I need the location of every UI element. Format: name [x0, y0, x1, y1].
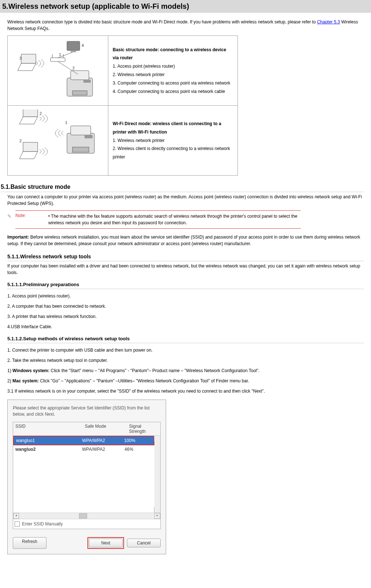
next-button-highlight: Next	[87, 537, 124, 549]
grid-row[interactable]: wangluo2 WPA/WPA2 46%	[13, 445, 154, 453]
svg-marker-9	[21, 54, 36, 63]
prep-item-2: 2. A computer that has been connected to…	[7, 303, 364, 310]
heading-5-1-1-1: 5.1.1.1.Preliminary preparations	[7, 282, 364, 289]
windows-text: Click the "Start" menu – "All Programs" …	[49, 368, 259, 373]
basic-structure-description: Basic structure mode: connecting to a wi…	[108, 36, 238, 106]
intro-paragraph: Wireless network connection type is divi…	[7, 19, 364, 32]
svg-rect-12	[71, 71, 89, 80]
mac-label: Mac system:	[12, 378, 39, 383]
svg-text:2: 2	[72, 66, 75, 70]
svg-line-16	[58, 61, 78, 74]
header-signal[interactable]: Signal Strength	[127, 422, 160, 435]
page-title: 5.Wireless network setup (applicable to …	[0, 0, 371, 13]
next-button[interactable]: Next	[89, 539, 123, 547]
grid-body[interactable]: wangluo1 WPA/WPA2 100% wangluo2 WPA/WPA2…	[13, 436, 160, 513]
manual-ssid-row[interactable]: Enter SSID Manually	[13, 519, 160, 529]
row1-mode: WPA/WPA2	[80, 437, 122, 445]
wifi-direct-description: Wi-Fi Direct mode: wireless client is co…	[108, 106, 238, 176]
heading-5-1-1: 5.1.1.Wireless network setup tools	[7, 254, 364, 261]
svg-marker-8	[18, 63, 36, 71]
header-ssid[interactable]: SSID	[13, 422, 83, 435]
grid-header: SSID Safe Mode Signal Strength	[13, 422, 160, 436]
content-area: Wireless network connection type is divi…	[0, 13, 371, 562]
svg-text:2: 2	[19, 139, 22, 143]
basic-mode-item-3: 3. Computer connecting to access point v…	[113, 79, 233, 87]
note-label: Note:	[15, 213, 48, 226]
important-text: Before wireless network installation, yo…	[7, 235, 360, 246]
header-mode[interactable]: Safe Mode	[83, 422, 127, 435]
setup-step-3-1: 3.1 If wireless network is on in your co…	[7, 388, 364, 394]
svg-rect-4	[67, 41, 80, 50]
dialog-buttons: Refresh Next Cancel	[8, 533, 166, 554]
heading-5-1-1-2: 5.1.1.2.Setup methods of wireless networ…	[7, 336, 364, 343]
ssid-dialog: Please select the appropriate Service Se…	[7, 400, 166, 554]
row1-signal: 100%	[122, 437, 154, 445]
grid-row-selected[interactable]: wangluo1 WPA/WPA2 100%	[13, 436, 154, 445]
svg-rect-26	[85, 135, 93, 138]
para-5-1: You can connect a computer to your print…	[7, 194, 364, 207]
svg-text:2: 2	[40, 111, 42, 116]
scroll-thumb[interactable]	[154, 491, 160, 499]
manual-ssid-checkbox[interactable]	[15, 521, 20, 527]
scroll-down-icon[interactable]: ▾	[154, 507, 160, 513]
row2-ssid: wangluo2	[13, 445, 80, 453]
setup-mac: 2) Mac system: Click "Go" – "Application…	[7, 378, 364, 384]
scroll-up-icon[interactable]: ▴	[154, 436, 160, 441]
row1-ssid: wangluo1	[14, 437, 80, 445]
svg-marker-21	[23, 142, 38, 151]
horizontal-scrollbar[interactable]: ◂ ▸	[13, 513, 160, 519]
refresh-button[interactable]: Refresh	[13, 537, 46, 549]
direct-mode-item-1: 1. Wireless network printer	[113, 136, 233, 145]
cancel-button[interactable]: Cancel	[127, 539, 161, 547]
svg-rect-14	[83, 80, 91, 83]
svg-text:1: 1	[59, 52, 61, 57]
manual-ssid-label: Enter SSID Manually	[22, 521, 63, 527]
windows-label: Windows system:	[12, 368, 49, 373]
hscroll-right-icon[interactable]: ▸	[154, 513, 160, 519]
mac-text: Click "Go" – "Applications" – "Pantum" –…	[39, 378, 249, 383]
setup-windows: 1) Windows system: Click the "Start" men…	[7, 367, 364, 374]
prep-item-1: 1. Access point (wireless router).	[7, 293, 364, 299]
basic-mode-item-4: 4. Computer connecting to access point v…	[113, 87, 233, 96]
svg-marker-17	[19, 117, 38, 124]
intro-pre: Wireless network connection type is divi…	[7, 19, 317, 25]
svg-rect-25	[72, 147, 89, 152]
svg-rect-13	[72, 91, 87, 95]
hscroll-thumb[interactable]	[79, 513, 87, 518]
note-icon: ✎	[7, 210, 15, 219]
basic-mode-item-2: 2. Wireless network printer	[113, 71, 233, 79]
wifi-direct-diagram: 2 2	[8, 106, 108, 176]
chapter-link[interactable]: Chapter 5.3	[317, 19, 340, 25]
mode-diagram-table: 1 4 3	[7, 35, 238, 176]
diagram-direct-svg: 2 2	[16, 109, 100, 172]
important-paragraph: Important: Before wireless network insta…	[7, 234, 364, 247]
setup-step-1: 1. Connect the printer to computer with …	[7, 347, 364, 353]
heading-5-1: 5.1.Basic structure mode	[1, 184, 364, 192]
basic-structure-diagram: 1 4 3	[8, 36, 108, 106]
svg-rect-0	[50, 58, 65, 61]
dialog-instruction: Please select the appropriate Service Se…	[13, 405, 161, 417]
svg-marker-20	[19, 151, 38, 159]
svg-rect-5	[71, 50, 76, 52]
para-5-1-1: If your computer has been installed with…	[7, 263, 364, 276]
svg-text:3: 3	[19, 56, 22, 60]
prep-item-4: 4.USB Interface Cable.	[7, 323, 364, 330]
note-box: ✎ Note: • The machine with the fax featu…	[7, 210, 364, 229]
hscroll-left-icon[interactable]: ◂	[13, 513, 19, 519]
prep-item-3: 3. A printer that has wireless network f…	[7, 313, 364, 320]
note-text: • The machine with the fax feature suppo…	[48, 213, 301, 226]
diagram-basic-svg: 1 4 3	[16, 40, 100, 102]
svg-text:4: 4	[82, 43, 84, 48]
ssid-grid: SSID Safe Mode Signal Strength wangluo1 …	[13, 422, 161, 529]
direct-mode-title: Wi-Fi Direct mode: wireless client is co…	[113, 121, 221, 135]
svg-text:1: 1	[65, 120, 67, 125]
direct-mode-item-2: 2. Wireless client is directly connectin…	[113, 145, 233, 161]
svg-rect-24	[71, 126, 91, 135]
row2-mode: WPA/WPA2	[80, 445, 122, 453]
row2-signal: 46%	[122, 445, 154, 453]
basic-mode-title: Basic structure mode: connecting to a wi…	[113, 47, 226, 61]
basic-mode-item-1: 1. Access point (wireless router)	[113, 62, 233, 71]
important-label: Important:	[7, 235, 29, 240]
svg-marker-18	[23, 109, 38, 117]
setup-step-2: 2. Take the wireless network setup tool …	[7, 357, 364, 364]
